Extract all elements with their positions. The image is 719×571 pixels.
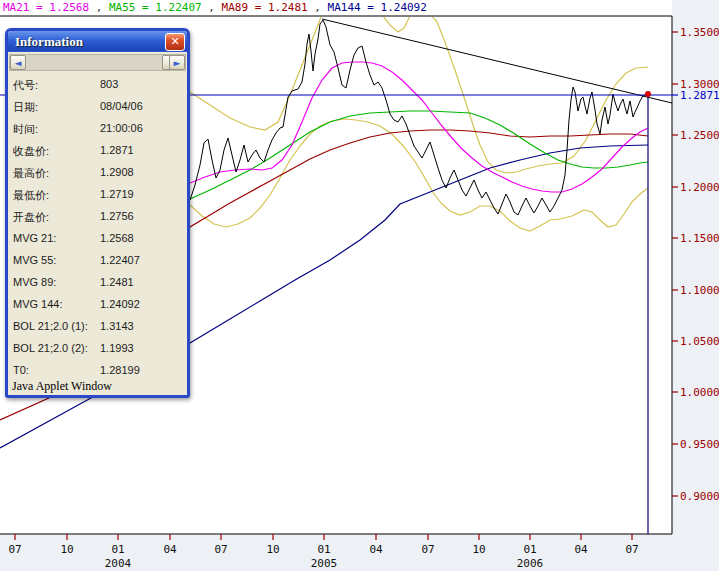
info-row: MVG 144:1.24092 [8, 295, 187, 317]
x-axis-month-label: 01 [317, 543, 330, 556]
y-axis-label: 1.1000 [680, 284, 719, 297]
info-row: 最高价:1.2908 [8, 163, 187, 185]
y-axis-label: 1.3500 [680, 26, 719, 39]
info-row-value: 1.2756 [100, 210, 134, 222]
information-window: Information ✕ ◄ ► 代号:803日期:08/04/06时间:21… [5, 28, 190, 398]
close-icon: ✕ [170, 35, 179, 48]
y-axis-label: 0.9500 [680, 438, 719, 451]
y-axis-label: 1.2500 [680, 129, 719, 142]
x-axis-month-label: 07 [8, 543, 21, 556]
info-row: MVG 21:1.2568 [8, 229, 187, 251]
x-axis-month-label: 04 [163, 543, 176, 556]
y-axis-label: 0.9000 [680, 490, 719, 503]
x-axis-month-label: 10 [60, 543, 73, 556]
ma-header-segment: MA21 = 1.2568 [3, 1, 89, 14]
info-row: MVG 55:1.22407 [8, 251, 187, 273]
info-row-value: 1.1993 [100, 342, 134, 354]
info-row-label: 收盘价: [13, 144, 49, 159]
info-row-value: 1.2871 [100, 144, 134, 156]
ma-header-segment: MA55 = 1.22407 [109, 1, 202, 14]
x-axis-month-label: 10 [266, 543, 279, 556]
info-row-label: T0: [13, 364, 29, 376]
x-axis-month-label: 04 [369, 543, 382, 556]
info-row: MVG 89:1.2481 [8, 273, 187, 295]
info-row-label: MVG 89: [13, 276, 56, 288]
close-button[interactable]: ✕ [165, 33, 185, 51]
x-axis-month-label: 07 [421, 543, 434, 556]
info-row: 开盘价:1.2756 [8, 207, 187, 229]
info-row-label: MVG 21: [13, 232, 56, 244]
x-axis-month-label: 07 [625, 543, 638, 556]
info-row-value: 1.24092 [100, 298, 140, 310]
info-rows: 代号:803日期:08/04/06时间:21:00:06收盘价:1.2871最高… [8, 75, 187, 383]
x-axis-year-label: 2004 [105, 557, 132, 570]
scroll-right-button[interactable]: ► [169, 55, 185, 70]
x-axis-month-label: 04 [574, 543, 587, 556]
info-row-label: 代号: [13, 78, 38, 93]
java-applet-banner: Java Applet Window [12, 379, 112, 394]
info-row: BOL 21;2.0 (2):1.1993 [8, 339, 187, 361]
ma-values-header: MA21 = 1.2568 , MA55 = 1.22407 , MA89 = … [3, 1, 427, 14]
x-axis-month-label: 01 [111, 543, 124, 556]
info-row-value: 1.2568 [100, 232, 134, 244]
y-axis-label: 1.2000 [680, 181, 719, 194]
info-row-value: 1.2719 [100, 188, 134, 200]
info-row: 代号:803 [8, 75, 187, 97]
y-axis-label: 1.0000 [680, 386, 719, 399]
current-price-label: 1.2871 [680, 89, 719, 102]
x-axis-month-label: 10 [472, 543, 485, 556]
info-row-label: MVG 144: [13, 298, 63, 310]
info-row-label: 最低价: [13, 188, 49, 203]
ma-header-segment: , [308, 1, 328, 14]
info-row-label: 开盘价: [13, 210, 49, 225]
info-row-label: MVG 55: [13, 254, 56, 266]
info-row-value: 1.3143 [100, 320, 134, 332]
ma-header-segment: , [202, 1, 222, 14]
y-axis-label: 1.1500 [680, 232, 719, 245]
y-axis-label: 1.0500 [680, 335, 719, 348]
info-row-label: 时间: [13, 122, 38, 137]
info-row: 时间:21:00:06 [8, 119, 187, 141]
info-row: 最低价:1.2719 [8, 185, 187, 207]
horizontal-scrollbar[interactable]: ◄ ► [9, 54, 186, 71]
x-axis-year-label: 2006 [517, 557, 544, 570]
x-axis-month-label: 01 [523, 543, 536, 556]
info-row-value: 803 [100, 78, 118, 90]
info-row-label: BOL 21;2.0 (1): [13, 320, 88, 332]
chevron-right-icon: ► [174, 58, 181, 68]
info-row-value: 21:00:06 [100, 122, 143, 134]
ma-header-segment: , [89, 1, 109, 14]
x-axis-month-label: 07 [214, 543, 227, 556]
info-row-value: 1.2908 [100, 166, 134, 178]
window-title: Information [15, 34, 83, 50]
info-row-value: 1.22407 [100, 254, 140, 266]
info-row-label: 最高价: [13, 166, 49, 181]
x-axis-year-label: 2005 [311, 557, 338, 570]
info-row-label: BOL 21;2.0 (2): [13, 342, 88, 354]
ma-header-segment: MA89 = 1.2481 [222, 1, 308, 14]
info-row-value: 08/04/06 [100, 100, 143, 112]
ma-header-segment: MA144 = 1.24092 [328, 1, 427, 14]
scroll-left-button[interactable]: ◄ [10, 55, 26, 70]
info-row: 收盘价:1.2871 [8, 141, 187, 163]
trading-app-screen: { "header": { "segments": [ {"text": "MA… [0, 0, 719, 571]
info-row: BOL 21;2.0 (1):1.3143 [8, 317, 187, 339]
info-row-value: 1.28199 [100, 364, 140, 376]
info-row-value: 1.2481 [100, 276, 134, 288]
info-row-label: 日期: [13, 100, 38, 115]
chevron-left-icon: ◄ [15, 58, 22, 68]
window-title-bar[interactable]: Information ✕ [8, 31, 187, 52]
info-row: 日期:08/04/06 [8, 97, 187, 119]
